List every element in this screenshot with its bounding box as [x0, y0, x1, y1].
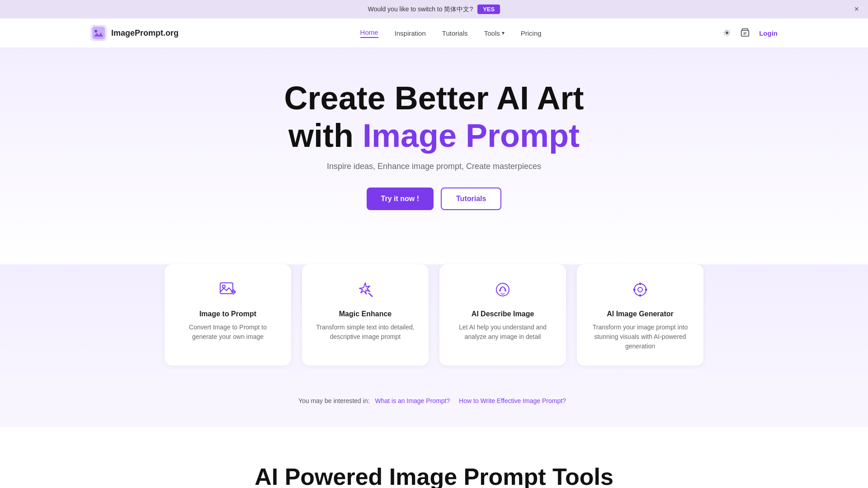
navbar-links: Home Inspiration Tutorials Tools ▾ Prici…	[360, 28, 542, 38]
banner-text: Would you like to switch to 简体中文?	[368, 5, 473, 14]
image-to-prompt-icon	[177, 281, 278, 303]
feature-card-desc-2: Let AI help you understand and analyze a…	[452, 323, 553, 342]
translate-icon[interactable]	[740, 27, 750, 39]
feature-card-title-2: AI Describe Image	[452, 310, 553, 318]
svg-point-8	[634, 284, 646, 296]
hero-subtitle: Inspire ideas, Enhance image prompt, Cre…	[90, 162, 778, 171]
svg-point-11	[639, 294, 642, 296]
svg-point-9	[638, 287, 642, 292]
navbar-logo: ImagePrompt.org	[90, 25, 179, 41]
interested-link-1[interactable]: How to Write Effective Image Prompt?	[459, 397, 566, 404]
ai-tools-title: AI Powered Image Prompt Tools	[90, 463, 778, 488]
svg-point-7	[505, 290, 506, 291]
svg-point-2	[94, 30, 97, 33]
logo-icon	[90, 25, 107, 41]
feature-card-title-0: Image to Prompt	[177, 310, 278, 318]
hero-buttons: Try it now ! Tutorials	[90, 188, 778, 210]
yes-button[interactable]: YES	[477, 5, 500, 14]
feature-card-ai-describe[interactable]: AI Describe Image Let AI help you unders…	[439, 264, 566, 366]
banner-close-button[interactable]: ×	[854, 5, 859, 14]
chevron-down-icon: ▾	[502, 30, 505, 36]
nav-tools[interactable]: Tools ▾	[484, 29, 505, 37]
login-button[interactable]: Login	[759, 29, 778, 37]
theme-toggle-icon[interactable]: ☀	[723, 28, 731, 38]
feature-card-ai-generator[interactable]: AI Image Generator Transform your image …	[577, 264, 703, 366]
ai-tools-section: AI Powered Image Prompt Tools A complete…	[0, 427, 868, 488]
nav-tools-label: Tools	[484, 29, 500, 37]
interested-section: You may be interested in: What is an Ima…	[0, 384, 868, 427]
navbar-actions: ☀ Login	[723, 27, 778, 39]
hero-title: Create Better AI Art with Image Prompt	[90, 80, 778, 155]
feature-card-desc-1: Transform simple text into detailed, des…	[315, 323, 416, 342]
hero-section: Create Better AI Art with Image Prompt I…	[0, 48, 868, 264]
hero-title-line1: Create Better AI Art	[284, 80, 584, 116]
svg-rect-1	[92, 27, 105, 39]
tutorials-button[interactable]: Tutorials	[441, 188, 501, 210]
magic-enhance-icon	[315, 281, 416, 303]
feature-card-image-to-prompt[interactable]: Image to Prompt Convert Image to Prompt …	[165, 264, 291, 366]
hero-title-accent: Image Prompt	[363, 117, 580, 154]
nav-inspiration[interactable]: Inspiration	[395, 29, 426, 37]
hero-title-line2-prefix: with	[288, 117, 363, 154]
feature-card-title-1: Magic Enhance	[315, 310, 416, 318]
nav-pricing[interactable]: Pricing	[521, 29, 542, 37]
interested-prefix: You may be interested in:	[298, 397, 369, 404]
svg-point-6	[499, 290, 501, 291]
interested-link-0[interactable]: What is an Image Prompt?	[375, 397, 450, 404]
nav-home[interactable]: Home	[360, 28, 378, 38]
feature-cards: Image to Prompt Convert Image to Prompt …	[0, 264, 868, 384]
feature-card-desc-0: Convert Image to Prompt to generate your…	[177, 323, 278, 342]
language-banner: Would you like to switch to 简体中文? YES ×	[0, 0, 868, 19]
feature-card-desc-3: Transform your image prompt into stunnin…	[590, 323, 691, 351]
feature-card-title-3: AI Image Generator	[590, 310, 691, 318]
svg-point-10	[639, 282, 642, 285]
nav-tutorials[interactable]: Tutorials	[442, 29, 468, 37]
try-it-now-button[interactable]: Try it now !	[367, 188, 434, 210]
navbar: ImagePrompt.org Home Inspiration Tutoria…	[0, 19, 868, 48]
logo-text: ImagePrompt.org	[111, 28, 179, 38]
ai-describe-icon	[452, 281, 553, 303]
feature-card-magic-enhance[interactable]: Magic Enhance Transform simple text into…	[302, 264, 429, 366]
svg-point-4	[222, 285, 225, 288]
svg-point-13	[645, 288, 647, 291]
svg-point-12	[633, 288, 636, 291]
ai-generator-icon	[590, 281, 691, 303]
